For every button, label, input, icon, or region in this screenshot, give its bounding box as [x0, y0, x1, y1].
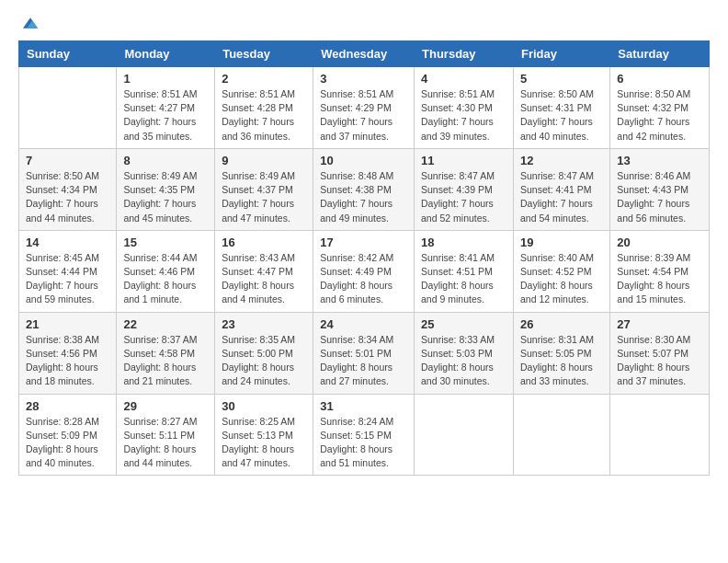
day-number: 19 [520, 236, 603, 249]
day-header-wednesday: Wednesday [313, 41, 415, 67]
day-info: Sunrise: 8:51 AM Sunset: 4:28 PM Dayligh… [222, 87, 306, 144]
day-cell: 13Sunrise: 8:46 AM Sunset: 4:43 PM Dayli… [610, 148, 710, 230]
logo [18, 15, 40, 33]
day-header-tuesday: Tuesday [215, 41, 313, 67]
day-number: 4 [421, 72, 506, 86]
week-row-1: 1Sunrise: 8:51 AM Sunset: 4:27 PM Daylig… [19, 67, 710, 149]
day-cell: 30Sunrise: 8:25 AM Sunset: 5:13 PM Dayli… [215, 394, 313, 476]
day-info: Sunrise: 8:50 AM Sunset: 4:31 PM Dayligh… [520, 87, 603, 144]
day-info: Sunrise: 8:44 AM Sunset: 4:46 PM Dayligh… [123, 251, 208, 307]
day-number: 5 [520, 72, 603, 86]
day-info: Sunrise: 8:50 AM Sunset: 4:34 PM Dayligh… [26, 169, 109, 225]
day-cell [19, 67, 117, 149]
day-header-thursday: Thursday [415, 41, 514, 67]
day-number: 30 [222, 399, 306, 413]
day-info: Sunrise: 8:42 AM Sunset: 4:49 PM Dayligh… [320, 251, 407, 307]
day-number: 18 [421, 236, 506, 249]
day-info: Sunrise: 8:48 AM Sunset: 4:38 PM Dayligh… [320, 169, 407, 225]
day-cell: 29Sunrise: 8:27 AM Sunset: 5:11 PM Dayli… [117, 394, 215, 476]
day-cell: 23Sunrise: 8:35 AM Sunset: 5:00 PM Dayli… [215, 312, 313, 394]
day-number: 3 [320, 72, 407, 86]
day-number: 9 [222, 154, 306, 167]
day-cell [415, 394, 514, 476]
day-cell [610, 394, 710, 476]
day-cell: 31Sunrise: 8:24 AM Sunset: 5:15 PM Dayli… [313, 394, 415, 476]
day-cell: 12Sunrise: 8:47 AM Sunset: 4:41 PM Dayli… [513, 148, 609, 230]
day-cell: 16Sunrise: 8:43 AM Sunset: 4:47 PM Dayli… [215, 230, 313, 312]
day-number: 24 [320, 317, 407, 331]
day-info: Sunrise: 8:30 AM Sunset: 5:07 PM Dayligh… [617, 333, 702, 389]
day-number: 29 [123, 399, 208, 413]
day-number: 16 [222, 236, 306, 249]
page-header [18, 15, 710, 33]
day-header-sunday: Sunday [19, 41, 117, 67]
day-cell: 9Sunrise: 8:49 AM Sunset: 4:37 PM Daylig… [215, 148, 313, 230]
calendar-table: SundayMondayTuesdayWednesdayThursdayFrid… [18, 40, 710, 476]
day-info: Sunrise: 8:28 AM Sunset: 5:09 PM Dayligh… [26, 415, 109, 471]
week-row-5: 28Sunrise: 8:28 AM Sunset: 5:09 PM Dayli… [19, 394, 710, 476]
day-info: Sunrise: 8:51 AM Sunset: 4:30 PM Dayligh… [421, 87, 506, 144]
day-info: Sunrise: 8:31 AM Sunset: 5:05 PM Dayligh… [520, 333, 603, 389]
day-info: Sunrise: 8:41 AM Sunset: 4:51 PM Dayligh… [421, 251, 506, 307]
day-cell: 14Sunrise: 8:45 AM Sunset: 4:44 PM Dayli… [19, 230, 117, 312]
day-number: 2 [222, 72, 306, 86]
day-cell: 10Sunrise: 8:48 AM Sunset: 4:38 PM Dayli… [313, 148, 415, 230]
day-cell: 17Sunrise: 8:42 AM Sunset: 4:49 PM Dayli… [313, 230, 415, 312]
day-cell: 27Sunrise: 8:30 AM Sunset: 5:07 PM Dayli… [610, 312, 710, 394]
day-cell [513, 394, 609, 476]
day-number: 31 [320, 399, 407, 413]
day-info: Sunrise: 8:51 AM Sunset: 4:29 PM Dayligh… [320, 87, 407, 144]
day-number: 20 [617, 236, 702, 249]
day-number: 12 [520, 154, 603, 167]
day-header-monday: Monday [117, 41, 215, 67]
day-info: Sunrise: 8:47 AM Sunset: 4:41 PM Dayligh… [520, 169, 603, 225]
day-cell: 15Sunrise: 8:44 AM Sunset: 4:46 PM Dayli… [117, 230, 215, 312]
day-cell: 18Sunrise: 8:41 AM Sunset: 4:51 PM Dayli… [415, 230, 514, 312]
day-info: Sunrise: 8:45 AM Sunset: 4:44 PM Dayligh… [26, 251, 109, 307]
day-info: Sunrise: 8:35 AM Sunset: 5:00 PM Dayligh… [222, 333, 306, 389]
day-number: 22 [123, 317, 208, 331]
day-cell: 6Sunrise: 8:50 AM Sunset: 4:32 PM Daylig… [610, 67, 710, 149]
day-cell: 5Sunrise: 8:50 AM Sunset: 4:31 PM Daylig… [513, 67, 609, 149]
day-cell: 25Sunrise: 8:33 AM Sunset: 5:03 PM Dayli… [415, 312, 514, 394]
day-info: Sunrise: 8:33 AM Sunset: 5:03 PM Dayligh… [421, 333, 506, 389]
day-number: 6 [617, 72, 702, 86]
day-info: Sunrise: 8:49 AM Sunset: 4:35 PM Dayligh… [123, 169, 208, 225]
day-number: 13 [617, 154, 702, 167]
day-info: Sunrise: 8:39 AM Sunset: 4:54 PM Dayligh… [617, 251, 702, 307]
day-number: 28 [26, 399, 109, 413]
day-cell: 2Sunrise: 8:51 AM Sunset: 4:28 PM Daylig… [215, 67, 313, 149]
day-info: Sunrise: 8:49 AM Sunset: 4:37 PM Dayligh… [222, 169, 306, 225]
day-number: 17 [320, 236, 407, 249]
day-header-friday: Friday [513, 41, 609, 67]
day-cell: 8Sunrise: 8:49 AM Sunset: 4:35 PM Daylig… [117, 148, 215, 230]
logo-icon [20, 13, 40, 33]
days-header-row: SundayMondayTuesdayWednesdayThursdayFrid… [19, 41, 710, 67]
day-cell: 19Sunrise: 8:40 AM Sunset: 4:52 PM Dayli… [513, 230, 609, 312]
day-info: Sunrise: 8:51 AM Sunset: 4:27 PM Dayligh… [123, 87, 208, 144]
week-row-2: 7Sunrise: 8:50 AM Sunset: 4:34 PM Daylig… [19, 148, 710, 230]
day-info: Sunrise: 8:40 AM Sunset: 4:52 PM Dayligh… [520, 251, 603, 307]
day-info: Sunrise: 8:25 AM Sunset: 5:13 PM Dayligh… [222, 415, 306, 471]
day-cell: 24Sunrise: 8:34 AM Sunset: 5:01 PM Dayli… [313, 312, 415, 394]
day-info: Sunrise: 8:24 AM Sunset: 5:15 PM Dayligh… [320, 415, 407, 471]
day-info: Sunrise: 8:38 AM Sunset: 4:56 PM Dayligh… [26, 333, 109, 389]
day-cell: 1Sunrise: 8:51 AM Sunset: 4:27 PM Daylig… [117, 67, 215, 149]
day-header-saturday: Saturday [610, 41, 710, 67]
day-cell: 22Sunrise: 8:37 AM Sunset: 4:58 PM Dayli… [117, 312, 215, 394]
day-cell: 4Sunrise: 8:51 AM Sunset: 4:30 PM Daylig… [415, 67, 514, 149]
day-cell: 20Sunrise: 8:39 AM Sunset: 4:54 PM Dayli… [610, 230, 710, 312]
day-info: Sunrise: 8:50 AM Sunset: 4:32 PM Dayligh… [617, 87, 702, 144]
day-info: Sunrise: 8:37 AM Sunset: 4:58 PM Dayligh… [123, 333, 208, 389]
day-number: 15 [123, 236, 208, 249]
day-number: 23 [222, 317, 306, 331]
day-cell: 21Sunrise: 8:38 AM Sunset: 4:56 PM Dayli… [19, 312, 117, 394]
day-number: 26 [520, 317, 603, 331]
day-number: 1 [123, 72, 208, 86]
day-info: Sunrise: 8:43 AM Sunset: 4:47 PM Dayligh… [222, 251, 306, 307]
day-cell: 11Sunrise: 8:47 AM Sunset: 4:39 PM Dayli… [415, 148, 514, 230]
day-number: 21 [26, 317, 109, 331]
day-number: 11 [421, 154, 506, 167]
day-number: 8 [123, 154, 208, 167]
day-number: 14 [26, 236, 109, 249]
